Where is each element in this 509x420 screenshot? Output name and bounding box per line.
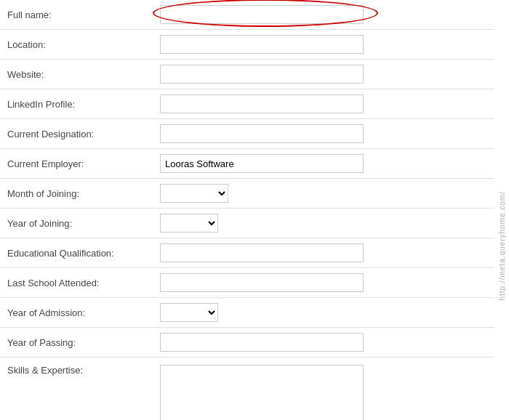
label-education: Educational Qualification: — [7, 248, 160, 259]
row-skills: Skills & Expertise: — [0, 358, 494, 420]
select-month-joining[interactable]: JanuaryFebruaryMarch AprilMayJune JulyAu… — [160, 184, 228, 203]
row-month-joining: Month of Joining: JanuaryFebruaryMarch A… — [0, 179, 494, 209]
input-designation[interactable] — [160, 124, 364, 143]
label-website: Website: — [7, 69, 160, 80]
label-school: Last School Attended: — [7, 278, 160, 288]
field-designation — [160, 124, 487, 143]
row-employer: Current Employer: — [0, 149, 494, 179]
select-year-joining[interactable]: 202420232022 202120202019 201820172016 2… — [160, 214, 218, 233]
field-skills — [160, 365, 487, 420]
select-year-admission[interactable]: 202420232022 202120202019 201820172016 2… — [160, 303, 218, 322]
input-education[interactable] — [160, 243, 364, 262]
watermark: http://meta.queryhome.com/ — [494, 0, 509, 420]
label-full-name: Full name: — [7, 9, 160, 20]
form-container: Full name: Location: Website: LinkedIn P… — [0, 0, 494, 420]
label-employer: Current Employer: — [7, 158, 160, 169]
input-location[interactable] — [160, 35, 364, 54]
field-linkedin — [160, 94, 487, 113]
field-year-joining: 202420232022 202120202019 201820172016 2… — [160, 214, 487, 233]
label-year-admission: Year of Admission: — [7, 307, 160, 318]
label-linkedin: LinkedIn Profile: — [7, 99, 160, 110]
input-full-name[interactable] — [160, 5, 364, 24]
page-wrapper: Full name: Location: Website: LinkedIn P… — [0, 0, 509, 420]
row-linkedin: LinkedIn Profile: — [0, 89, 494, 119]
textarea-skills[interactable] — [160, 365, 364, 420]
field-education — [160, 243, 487, 262]
field-employer — [160, 154, 487, 173]
input-website[interactable] — [160, 65, 364, 84]
field-website — [160, 65, 487, 84]
row-school: Last School Attended: — [0, 268, 494, 298]
row-website: Website: — [0, 60, 494, 89]
label-location: Location: — [7, 39, 160, 50]
field-full-name — [160, 5, 487, 24]
row-year-passing: Year of Passing: — [0, 328, 494, 358]
input-school[interactable] — [160, 273, 364, 292]
input-linkedin[interactable] — [160, 94, 364, 113]
label-year-joining: Year of Joining: — [7, 218, 160, 229]
row-location: Location: — [0, 30, 494, 60]
row-designation: Current Designation: — [0, 119, 494, 149]
field-location — [160, 35, 487, 54]
row-year-admission: Year of Admission: 202420232022 20212020… — [0, 298, 494, 328]
row-year-joining: Year of Joining: 202420232022 2021202020… — [0, 209, 494, 238]
input-employer[interactable] — [160, 154, 364, 173]
row-full-name: Full name: — [0, 0, 494, 30]
field-year-admission: 202420232022 202120202019 201820172016 2… — [160, 303, 487, 322]
label-year-passing: Year of Passing: — [7, 337, 160, 348]
field-month-joining: JanuaryFebruaryMarch AprilMayJune JulyAu… — [160, 184, 487, 203]
input-year-passing[interactable] — [160, 333, 364, 352]
field-year-passing — [160, 333, 487, 352]
watermark-text: http://meta.queryhome.com/ — [498, 191, 506, 301]
row-education: Educational Qualification: — [0, 238, 494, 268]
label-month-joining: Month of Joining: — [7, 188, 160, 199]
label-skills: Skills & Expertise: — [7, 365, 160, 376]
field-school — [160, 273, 487, 292]
label-designation: Current Designation: — [7, 129, 160, 140]
